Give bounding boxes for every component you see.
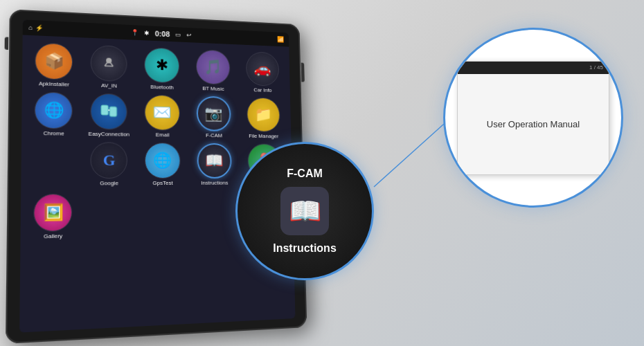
bluetooth-icon: ✱ bbox=[144, 30, 150, 37]
app-gpstest[interactable]: 🌐 GpsTest bbox=[138, 142, 186, 186]
app-label-instructions: Instructions bbox=[201, 180, 228, 186]
app-google[interactable]: G Google bbox=[84, 142, 134, 187]
app-carinfo[interactable]: 🚗 Car Info bbox=[240, 51, 285, 94]
app-empty bbox=[27, 141, 80, 187]
back-icon: ↩ bbox=[186, 32, 192, 39]
app-icon-carinfo: 🚗 bbox=[246, 51, 279, 86]
app-label-email: Email bbox=[156, 132, 170, 138]
app-fcam[interactable]: 📷 F-CAM bbox=[190, 95, 237, 139]
side-button-right bbox=[301, 63, 305, 82]
app-label-filemanager: File Manager bbox=[249, 134, 278, 140]
app-instructions[interactable]: 📖 Instructions bbox=[190, 143, 238, 186]
fcam-zoom-label: Instructions bbox=[273, 242, 337, 255]
app-label-gallery: Gallery bbox=[44, 234, 62, 241]
usb-icon: ⚡ bbox=[35, 24, 44, 32]
app-label-gpstest: GpsTest bbox=[152, 181, 172, 187]
manual-title: User Operation Manual bbox=[487, 119, 580, 129]
time-display: 0:08 bbox=[155, 30, 170, 39]
wifi-icon: 📶 bbox=[277, 36, 284, 43]
app-easyconnection[interactable]: EasyConnection bbox=[84, 93, 134, 138]
status-icons-right: 📶 bbox=[277, 36, 284, 43]
instructions-book-icon: 📖 bbox=[289, 196, 321, 226]
app-btmusic[interactable]: 🎵 BT Music bbox=[190, 49, 237, 93]
app-label-carinfo: Car Info bbox=[253, 88, 271, 94]
app-icon-filemanager: 📁 bbox=[247, 97, 280, 131]
manual-topbar: 1 / 45 bbox=[458, 62, 609, 74]
manual-page-number: 1 / 45 bbox=[589, 64, 603, 71]
app-icon-apkinstaller: 📦 bbox=[35, 42, 73, 80]
app-filemanager[interactable]: 📁 File Manager bbox=[240, 97, 286, 140]
status-center: 📍 ✱ 0:08 ▭ ↩ bbox=[131, 28, 192, 39]
manual-content: User Operation Manual bbox=[458, 74, 609, 174]
app-label-easyconnection: EasyConnection bbox=[89, 131, 130, 138]
app-label-chrome: Chrome bbox=[43, 131, 64, 137]
app-label-apkinstaller: ApkInstaller bbox=[39, 81, 69, 88]
app-label-google: Google bbox=[100, 181, 118, 187]
app-icon-bluetooth: ✱ bbox=[144, 47, 179, 83]
app-icon-easyconnection bbox=[91, 93, 127, 129]
status-icons-left: ⌂ ⚡ bbox=[28, 24, 44, 32]
app-label-btmusic: BT Music bbox=[202, 86, 224, 92]
app-icon-avin bbox=[91, 45, 127, 82]
app-chrome[interactable]: 🌐 Chrome bbox=[28, 91, 80, 138]
manual-preview-circle: 1 / 45 User Operation Manual bbox=[443, 28, 623, 208]
app-icon-email: ✉️ bbox=[145, 94, 180, 130]
app-gallery[interactable]: 🖼️ Gallery bbox=[26, 194, 79, 241]
home-icon: ⌂ bbox=[28, 24, 33, 31]
manual-document: 1 / 45 User Operation Manual bbox=[457, 61, 609, 175]
app-apkinstaller[interactable]: 📦 ApkInstaller bbox=[28, 42, 80, 89]
app-icon-gpstest: 🌐 bbox=[145, 143, 181, 179]
app-email[interactable]: ✉️ Email bbox=[138, 94, 186, 138]
app-label-avin: AV_IN bbox=[101, 83, 117, 89]
location-icon: 📍 bbox=[131, 29, 138, 36]
app-icon-fcam: 📷 bbox=[196, 95, 231, 131]
app-icon-chrome: 🌐 bbox=[35, 91, 73, 129]
svg-rect-5 bbox=[110, 107, 117, 116]
app-label-bluetooth: Bluetooth bbox=[150, 84, 173, 91]
fcam-zoom-circle: F-CAM 📖 Instructions bbox=[235, 142, 374, 280]
app-icon-google: G bbox=[91, 142, 127, 179]
svg-rect-4 bbox=[101, 105, 108, 115]
display-icon: ▭ bbox=[175, 31, 181, 38]
app-avin[interactable]: AV_IN bbox=[84, 44, 134, 90]
app-bluetooth[interactable]: ✱ Bluetooth bbox=[138, 47, 186, 91]
app-icon-empty bbox=[34, 141, 73, 179]
app-label-fcam: F-CAM bbox=[206, 133, 222, 139]
fcam-zoom-icon-box: 📖 bbox=[280, 187, 329, 235]
side-button-left bbox=[5, 37, 9, 50]
app-icon-btmusic: 🎵 bbox=[196, 49, 231, 84]
fcam-zoom-title: F-CAM bbox=[287, 167, 323, 180]
app-icon-gallery: 🖼️ bbox=[34, 194, 73, 232]
app-icon-instructions: 📖 bbox=[197, 143, 231, 178]
